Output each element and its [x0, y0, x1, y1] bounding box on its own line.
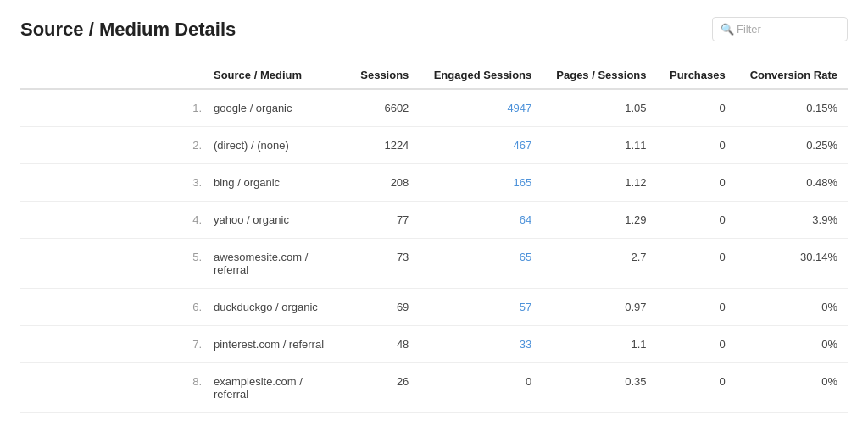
cell-conversion-rate: 0%: [736, 289, 848, 326]
cell-conversion-rate: 0%: [736, 363, 848, 413]
cell-conversion-rate: 30.14%: [736, 239, 848, 289]
cell-index: 1.: [20, 89, 207, 127]
cell-source: bing / organic: [207, 164, 348, 202]
cell-conversion-rate: 0.25%: [736, 127, 848, 164]
cell-source: awesomesite.com / referral: [207, 239, 348, 289]
table-row: 4. yahoo / organic 77 64 1.29 0 3.9%: [20, 202, 848, 239]
table-row: 6. duckduckgo / organic 69 57 0.97 0 0%: [20, 289, 848, 326]
cell-pages-sessions: 1.29: [542, 202, 656, 239]
cell-sessions: 208: [348, 164, 419, 202]
cell-sessions: 48: [348, 326, 419, 363]
cell-pages-sessions: 1.1: [542, 326, 656, 363]
col-header-pages-sessions: Pages / Sessions: [542, 62, 656, 89]
cell-conversion-rate: 0.15%: [736, 89, 848, 127]
cell-conversion-rate: 3.9%: [736, 202, 848, 239]
cell-pages-sessions: 1.11: [542, 127, 656, 164]
cell-conversion-rate: 0.48%: [736, 164, 848, 202]
page-header: Source / Medium Details 🔍: [20, 17, 848, 41]
cell-pages-sessions: 1.05: [542, 89, 656, 127]
cell-pages-sessions: 2.7: [542, 239, 656, 289]
cell-source: yahoo / organic: [207, 202, 348, 239]
cell-purchases: 0: [657, 239, 736, 289]
cell-index: 3.: [20, 164, 207, 202]
cell-conversion-rate: 0%: [736, 326, 848, 363]
cell-engaged-sessions: 4947: [419, 89, 542, 127]
cell-sessions: 6602: [348, 89, 419, 127]
col-header-index: [20, 62, 207, 89]
cell-purchases: 0: [657, 89, 736, 127]
cell-index: 5.: [20, 239, 207, 289]
table-header-row: Source / Medium Sessions Engaged Session…: [20, 62, 848, 89]
cell-sessions: 26: [348, 363, 419, 413]
table-row: 8. examplesite.com / referral 26 0 0.35 …: [20, 363, 848, 413]
cell-index: 2.: [20, 127, 207, 164]
cell-index: 4.: [20, 202, 207, 239]
cell-sessions: 73: [348, 239, 419, 289]
cell-purchases: 0: [657, 202, 736, 239]
col-header-conversion-rate: Conversion Rate: [736, 62, 848, 89]
cell-pages-sessions: 0.97: [542, 289, 656, 326]
table-row: 5. awesomesite.com / referral 73 65 2.7 …: [20, 239, 848, 289]
cell-engaged-sessions: 64: [419, 202, 542, 239]
cell-source: examplesite.com / referral: [207, 363, 348, 413]
cell-index: 8.: [20, 363, 207, 413]
col-header-purchases: Purchases: [657, 62, 736, 89]
page-title: Source / Medium Details: [20, 19, 236, 41]
col-header-engaged-sessions: Engaged Sessions: [419, 62, 542, 89]
cell-engaged-sessions: 57: [419, 289, 542, 326]
filter-wrapper: 🔍: [712, 17, 848, 41]
cell-purchases: 0: [657, 289, 736, 326]
cell-sessions: 69: [348, 289, 419, 326]
cell-sessions: 77: [348, 202, 419, 239]
col-header-source: Source / Medium: [207, 62, 348, 89]
cell-pages-sessions: 1.12: [542, 164, 656, 202]
cell-source: duckduckgo / organic: [207, 289, 348, 326]
table-row: 7. pinterest.com / referral 48 33 1.1 0 …: [20, 326, 848, 363]
search-icon: 🔍: [721, 23, 734, 36]
cell-engaged-sessions: 467: [419, 127, 542, 164]
cell-engaged-sessions: 165: [419, 164, 542, 202]
cell-purchases: 0: [657, 164, 736, 202]
table-row: 1. google / organic 6602 4947 1.05 0 0.1…: [20, 89, 848, 127]
cell-index: 7.: [20, 326, 207, 363]
cell-index: 6.: [20, 289, 207, 326]
cell-engaged-sessions: 33: [419, 326, 542, 363]
data-table: Source / Medium Sessions Engaged Session…: [20, 62, 848, 413]
cell-source: pinterest.com / referral: [207, 326, 348, 363]
cell-engaged-sessions: 0: [419, 363, 542, 413]
cell-source: (direct) / (none): [207, 127, 348, 164]
cell-pages-sessions: 0.35: [542, 363, 656, 413]
cell-engaged-sessions: 65: [419, 239, 542, 289]
table-row: 3. bing / organic 208 165 1.12 0 0.48%: [20, 164, 848, 202]
cell-sessions: 1224: [348, 127, 419, 164]
col-header-sessions: Sessions: [348, 62, 419, 89]
cell-purchases: 0: [657, 127, 736, 164]
cell-purchases: 0: [657, 363, 736, 413]
cell-source: google / organic: [207, 89, 348, 127]
table-row: 2. (direct) / (none) 1224 467 1.11 0 0.2…: [20, 127, 848, 164]
cell-purchases: 0: [657, 326, 736, 363]
